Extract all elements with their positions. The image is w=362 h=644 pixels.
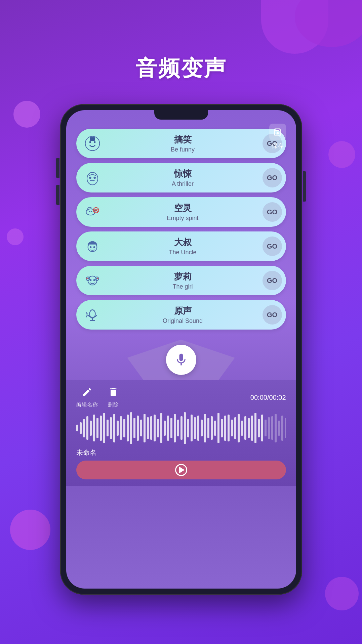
waveform-bar [80, 422, 82, 434]
waveform-bar [167, 416, 169, 441]
go-button-thriller[interactable]: GO [263, 168, 282, 187]
svg-point-15 [93, 246, 95, 248]
effect-icon-funny [82, 133, 103, 154]
play-button[interactable] [76, 461, 286, 479]
waveform-bar [123, 419, 125, 437]
effect-item-original[interactable]: 原声 Original Sound GO [76, 300, 286, 330]
mic-area [66, 340, 296, 380]
volume-down-button[interactable] [56, 185, 59, 205]
effect-name-en-empty_spirit: Empty spirit [103, 215, 263, 222]
svg-point-9 [91, 211, 92, 212]
waveform-bar [194, 417, 196, 439]
delete-icon [108, 387, 119, 400]
effect-item-funny[interactable]: 搞笑 Be funny GO [76, 129, 286, 158]
waveform-bar [140, 420, 142, 436]
waveform-bar [90, 421, 92, 436]
bg-decoration-6 [10, 510, 50, 550]
waveform-bar [271, 416, 273, 440]
svg-point-4 [87, 172, 98, 185]
phone-screen: 保存 搞笑 Be funny GO [66, 110, 296, 589]
go-button-girl[interactable]: GO [263, 271, 282, 290]
waveform-bar [76, 425, 78, 431]
effect-item-empty_spirit[interactable]: 空灵 Empty spirit GO [76, 197, 286, 227]
waveform-bar [164, 421, 166, 436]
svg-point-8 [89, 211, 90, 212]
go-button-uncle[interactable]: GO [263, 237, 282, 256]
waveform-bar [281, 416, 283, 441]
waveform-bar [234, 417, 236, 439]
waveform-bar [100, 416, 102, 441]
effect-item-girl[interactable]: 萝莉 The girl GO [76, 266, 286, 295]
waveform-bar [107, 420, 109, 436]
waveform-bar [258, 419, 260, 437]
effect-text-uncle: 大叔 The Uncle [103, 237, 263, 256]
go-button-empty_spirit[interactable]: GO [263, 202, 282, 222]
delete-button[interactable]: 删除 [108, 387, 119, 409]
waveform-bar [133, 418, 135, 438]
effect-icon-empty_spirit [82, 201, 103, 223]
waveform-bar [160, 413, 162, 443]
waveform-bar [147, 417, 149, 439]
waveform-bar [83, 419, 85, 437]
effect-name-zh-empty_spirit: 空灵 [103, 202, 263, 214]
svg-point-5 [89, 177, 91, 179]
edit-button[interactable]: 编辑名称 [76, 387, 98, 409]
waveform-bar [261, 415, 263, 441]
waveform-bar [251, 416, 253, 441]
effect-name-zh-girl: 萝莉 [103, 271, 263, 283]
bottom-section: 编辑名称 删除 00:00/00:02 [66, 380, 296, 486]
waveform-bar [184, 412, 186, 444]
effect-name-zh-uncle: 大叔 [103, 237, 263, 248]
phone-notch [154, 110, 208, 120]
waveform-bar [268, 417, 270, 439]
effect-text-funny: 搞笑 Be funny [103, 134, 263, 153]
bg-decoration-4 [7, 228, 24, 245]
svg-point-6 [93, 177, 96, 179]
waveform-bar [174, 414, 176, 442]
waveform-bar [93, 415, 95, 441]
waveform-bar [231, 420, 233, 436]
waveform-bar [180, 416, 183, 440]
effect-name-zh-funny: 搞笑 [103, 134, 263, 145]
volume-up-button[interactable] [56, 158, 59, 178]
power-button[interactable] [303, 171, 306, 202]
file-name: 未命名 [76, 448, 286, 457]
effect-item-thriller[interactable]: 惊悚 A thriller GO [76, 163, 286, 192]
waveform-bar [154, 415, 156, 441]
waveform-bar [248, 418, 250, 438]
waveform-bar [221, 419, 223, 437]
waveform-bar [207, 418, 209, 438]
svg-point-19 [86, 277, 88, 279]
effect-item-uncle[interactable]: 大叔 The Uncle GO [76, 231, 286, 261]
waveform-bar [278, 421, 280, 436]
waveform-bar [211, 416, 213, 440]
svg-point-20 [97, 277, 98, 279]
record-button[interactable] [166, 345, 196, 375]
svg-point-3 [94, 141, 95, 143]
waveform-bar [197, 416, 199, 441]
waveform-bar [275, 414, 277, 442]
waveform-bar [157, 419, 159, 437]
waveform-bar [110, 417, 112, 439]
waveform-bar [130, 412, 132, 444]
effect-name-en-funny: Be funny [103, 146, 263, 153]
waveform-bar [137, 416, 139, 441]
effect-icon-original [82, 304, 103, 326]
effect-text-girl: 萝莉 The girl [103, 271, 263, 290]
go-button-original[interactable]: GO [263, 305, 282, 325]
svg-point-2 [89, 141, 91, 143]
waveform-bar [187, 419, 189, 437]
effect-name-en-uncle: The Uncle [103, 249, 263, 256]
effect-icon-thriller [82, 167, 103, 188]
effects-list: 搞笑 Be funny GO 惊悚 A thriller GO [66, 110, 296, 336]
waveform-bar [224, 416, 226, 441]
save-icon [269, 124, 286, 140]
save-button[interactable]: 保存 [269, 124, 286, 150]
edit-icon [82, 387, 92, 400]
bg-decoration-3 [13, 101, 40, 128]
delete-label: 删除 [108, 401, 119, 409]
waveform-bar [191, 415, 193, 441]
effect-name-zh-thriller: 惊悚 [103, 168, 263, 180]
effect-name-zh-original: 原声 [103, 305, 263, 317]
effect-icon-girl [82, 270, 103, 291]
